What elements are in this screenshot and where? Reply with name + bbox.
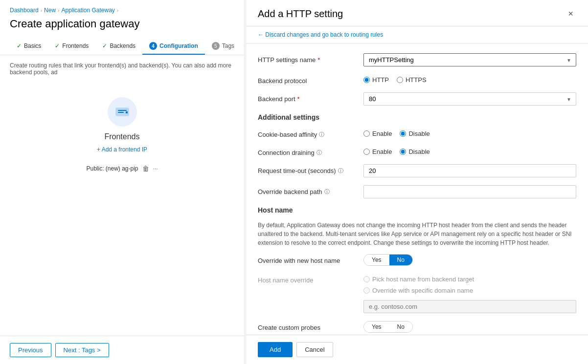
num-tags: 5 bbox=[212, 42, 220, 50]
tab-configuration[interactable]: 4 Configuration bbox=[142, 38, 205, 55]
backend-protocol-control: HTTP HTTPS bbox=[363, 74, 576, 84]
tab-basics-label: Basics bbox=[24, 43, 41, 49]
cookie-enable-radio[interactable] bbox=[363, 130, 370, 137]
connection-draining-info-icon: ⓘ bbox=[317, 149, 322, 156]
host-name-title: Host name bbox=[258, 206, 576, 214]
request-timeout-row: Request time-out (seconds) ⓘ bbox=[258, 164, 576, 177]
pick-host-name-radio bbox=[363, 276, 370, 282]
host-name-description: By default, Application Gateway does not… bbox=[258, 221, 576, 247]
right-panel: Add a HTTP setting × ← Discard changes a… bbox=[246, 0, 588, 364]
cookie-affinity-radio-group: Enable Disable bbox=[363, 128, 576, 137]
breadcrumb-sep-1: › bbox=[41, 8, 42, 13]
connection-draining-label: Connection draining ⓘ bbox=[258, 146, 356, 156]
back-to-routing-link[interactable]: ← Discard changes and go back to routing… bbox=[246, 26, 588, 43]
pick-host-name-label: Pick host name from backend target bbox=[372, 276, 474, 283]
panel-title: Add a HTTP setting bbox=[258, 8, 343, 20]
protocol-https-option[interactable]: HTTPS bbox=[397, 76, 427, 84]
breadcrumb-appgw[interactable]: Application Gateway bbox=[61, 7, 114, 14]
draining-enable-option[interactable]: Enable bbox=[363, 148, 392, 155]
pick-host-name-option: Pick host name from backend target bbox=[363, 276, 576, 283]
cookie-enable-label: Enable bbox=[372, 130, 392, 137]
tab-frontends-label: Frontends bbox=[62, 43, 89, 49]
check-backends: ✓ bbox=[102, 43, 107, 49]
draining-enable-radio[interactable] bbox=[363, 149, 370, 155]
tab-tags[interactable]: 5 Tags bbox=[205, 38, 241, 55]
breadcrumb-new[interactable]: New bbox=[44, 7, 56, 14]
frontend-item: Public: (new) ag-pip 🗑 ··· bbox=[86, 163, 158, 174]
override-backend-path-info-icon: ⓘ bbox=[324, 188, 330, 195]
breadcrumb-dashboard[interactable]: Dashboard bbox=[10, 7, 39, 14]
required-star: * bbox=[317, 56, 320, 64]
panel-body: HTTP settings name * ▼ Backend protocol … bbox=[246, 43, 588, 335]
cookie-disable-radio[interactable] bbox=[400, 130, 406, 137]
tab-basics[interactable]: ✓ Basics bbox=[10, 39, 48, 54]
override-host-name-control: Yes No bbox=[363, 254, 576, 266]
draining-disable-label: Disable bbox=[408, 148, 430, 155]
cancel-button[interactable]: Cancel bbox=[296, 342, 333, 357]
check-frontends: ✓ bbox=[55, 43, 60, 49]
left-panel: Dashboard › New › Application Gateway › … bbox=[0, 0, 245, 364]
override-backend-path-row: Override backend path ⓘ bbox=[258, 185, 576, 198]
http-settings-name-input[interactable] bbox=[363, 53, 576, 66]
create-custom-probes-toggle: Yes No bbox=[363, 321, 413, 333]
protocol-http-option[interactable]: HTTP bbox=[363, 76, 389, 84]
frontends-icon bbox=[108, 97, 137, 127]
host-name-section: Host name By default, Application Gatewa… bbox=[258, 206, 576, 333]
override-host-name-row: Override with new host name Yes No bbox=[258, 254, 576, 266]
override-yes-button[interactable]: Yes bbox=[364, 255, 389, 265]
create-custom-probes-label: Create custom probes bbox=[258, 321, 356, 331]
http-settings-name-label: HTTP settings name * bbox=[258, 53, 356, 64]
create-custom-probes-row: Create custom probes Yes No bbox=[258, 321, 576, 333]
request-timeout-info-icon: ⓘ bbox=[338, 167, 343, 174]
request-timeout-input[interactable] bbox=[363, 164, 576, 177]
cookie-enable-option[interactable]: Enable bbox=[363, 130, 392, 137]
page-title: Create application gateway bbox=[0, 18, 244, 38]
bottom-bar: Previous Next : Tags > bbox=[0, 336, 245, 364]
additional-settings-title: Additional settings bbox=[258, 113, 576, 121]
next-button[interactable]: Next : Tags > bbox=[55, 343, 109, 357]
protocol-http-label: HTTP bbox=[372, 76, 389, 84]
backend-protocol-radio-group: HTTP HTTPS bbox=[363, 74, 576, 84]
domain-name-input bbox=[363, 300, 576, 313]
tab-configuration-label: Configuration bbox=[159, 43, 198, 49]
backend-port-select[interactable]: 80 443 8080 bbox=[363, 92, 576, 106]
override-specific-domain-option: Override with specific domain name bbox=[363, 287, 576, 294]
cookie-affinity-label: Cookie-based affinity ⓘ bbox=[258, 128, 356, 138]
check-basics: ✓ bbox=[17, 43, 22, 49]
tab-backends[interactable]: ✓ Backends bbox=[95, 39, 142, 54]
override-no-button[interactable]: No bbox=[389, 255, 412, 265]
required-star-2: * bbox=[297, 95, 300, 103]
custom-probes-yes-button[interactable]: Yes bbox=[364, 321, 389, 332]
breadcrumb-sep-2: › bbox=[58, 8, 59, 13]
draining-disable-radio[interactable] bbox=[400, 149, 406, 155]
http-settings-name-row: HTTP settings name * ▼ bbox=[258, 53, 576, 66]
connection-draining-row: Connection draining ⓘ Enable Disable bbox=[258, 146, 576, 156]
custom-probes-no-button[interactable]: No bbox=[389, 321, 412, 332]
tab-backends-label: Backends bbox=[110, 43, 136, 49]
description-text: Create routing rules that link your fron… bbox=[0, 55, 244, 83]
request-timeout-label: Request time-out (seconds) ⓘ bbox=[258, 164, 356, 174]
add-frontend-link[interactable]: + Add a frontend IP bbox=[97, 146, 147, 153]
connection-draining-radio-group: Enable Disable bbox=[363, 146, 576, 155]
tab-frontends[interactable]: ✓ Frontends bbox=[48, 39, 95, 54]
protocol-https-radio[interactable] bbox=[397, 77, 403, 83]
host-name-override-row: Host name override Pick host name from b… bbox=[258, 274, 576, 313]
cookie-disable-option[interactable]: Disable bbox=[400, 130, 430, 137]
delete-icon[interactable]: 🗑 bbox=[142, 165, 149, 172]
cookie-disable-label: Disable bbox=[408, 130, 430, 137]
more-options-icon[interactable]: ··· bbox=[153, 165, 158, 172]
previous-button[interactable]: Previous bbox=[10, 343, 51, 357]
override-backend-path-input[interactable] bbox=[363, 185, 576, 198]
cookie-affinity-row: Cookie-based affinity ⓘ Enable Disable bbox=[258, 128, 576, 138]
cookie-affinity-control: Enable Disable bbox=[363, 128, 576, 137]
protocol-http-radio[interactable] bbox=[363, 77, 370, 83]
add-button[interactable]: Add bbox=[258, 342, 293, 357]
close-button[interactable]: × bbox=[565, 8, 576, 20]
override-backend-path-label: Override backend path ⓘ bbox=[258, 185, 356, 195]
breadcrumb: Dashboard › New › Application Gateway › bbox=[0, 0, 244, 18]
draining-enable-label: Enable bbox=[372, 148, 392, 155]
http-settings-name-control: ▼ bbox=[363, 53, 576, 66]
panel-header: Add a HTTP setting × bbox=[246, 0, 588, 26]
draining-disable-option[interactable]: Disable bbox=[400, 148, 430, 155]
backend-protocol-row: Backend protocol HTTP HTTPS bbox=[258, 74, 576, 85]
